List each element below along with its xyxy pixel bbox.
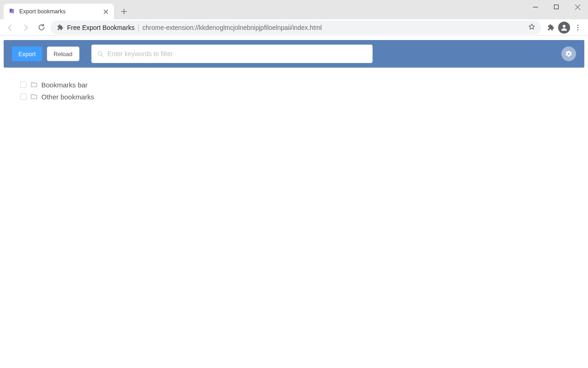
window-controls [525, 0, 588, 14]
checkbox[interactable] [20, 81, 27, 88]
search-icon [97, 51, 104, 58]
tree-item[interactable]: Other bookmarks [20, 91, 568, 103]
window-close[interactable] [567, 0, 588, 14]
url-text: chrome-extension://kkdenoglmcjolnebnipjp… [142, 24, 524, 31]
tab-strip: Export bookmarks [0, 0, 588, 19]
browser-toolbar: Free Export Bookmarks chrome-extension:/… [0, 19, 588, 36]
browser-menu-button[interactable] [571, 21, 584, 34]
browser-titlebar: Export bookmarks [0, 0, 588, 19]
window-maximize[interactable] [546, 0, 567, 14]
svg-point-9 [577, 24, 579, 26]
tab-favicon-icon [8, 8, 16, 15]
app-header: Export Reload [4, 40, 584, 68]
svg-point-11 [577, 29, 579, 30]
profile-avatar[interactable] [558, 21, 571, 34]
extension-name: Free Export Bookmarks [67, 24, 135, 31]
star-bookmark-icon[interactable] [528, 23, 536, 32]
checkbox[interactable] [20, 93, 27, 100]
content-area: Bookmarks bar Other bookmarks [0, 68, 588, 114]
new-tab-button[interactable] [118, 5, 130, 18]
browser-tab[interactable]: Export bookmarks [4, 4, 114, 19]
extensions-button[interactable] [544, 21, 557, 34]
settings-button[interactable] [561, 46, 576, 61]
svg-point-8 [563, 25, 565, 28]
search-box[interactable] [91, 45, 373, 63]
bookmarks-bar-gap [0, 36, 588, 40]
tab-title: Export bookmarks [19, 8, 98, 15]
address-separator [138, 24, 139, 31]
window-minimize[interactable] [525, 0, 546, 14]
svg-point-10 [577, 27, 579, 28]
nav-back-button[interactable] [4, 21, 17, 34]
search-input[interactable] [107, 50, 367, 58]
svg-line-13 [101, 55, 103, 57]
folder-icon [30, 81, 38, 88]
extension-puzzle-icon [56, 24, 63, 31]
nav-forward-button[interactable] [19, 21, 32, 34]
export-button[interactable]: Export [12, 46, 42, 61]
tree-item-label: Other bookmarks [41, 93, 94, 101]
nav-reload-button[interactable] [35, 21, 48, 34]
address-bar[interactable]: Free Export Bookmarks chrome-extension:/… [51, 21, 541, 34]
folder-icon [30, 93, 38, 100]
tree-item-label: Bookmarks bar [41, 81, 88, 89]
tree-item[interactable]: Bookmarks bar [20, 79, 568, 91]
toolbar-right-group [544, 21, 584, 34]
tab-close-icon[interactable] [102, 8, 109, 15]
svg-rect-1 [554, 5, 559, 9]
reload-button[interactable]: Reload [47, 46, 79, 61]
gear-icon [565, 50, 572, 58]
